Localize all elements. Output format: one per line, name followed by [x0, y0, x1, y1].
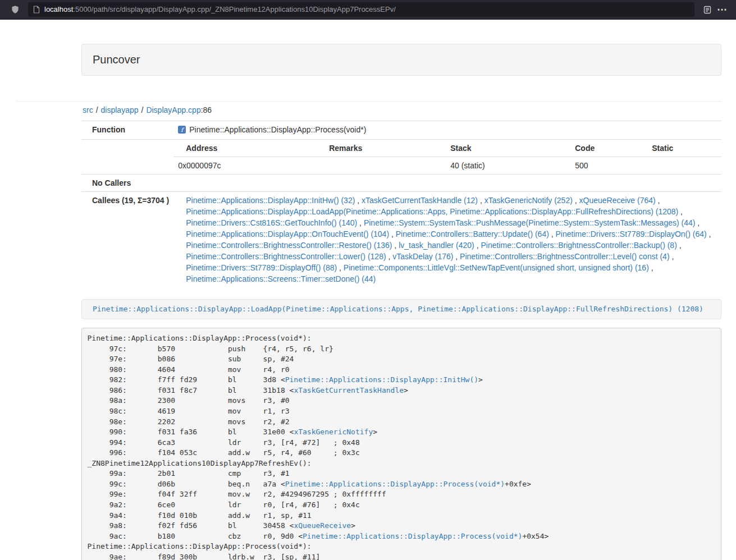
breadcrumb-link-displayapp[interactable]: displayapp — [101, 105, 139, 114]
remarks-value — [317, 157, 438, 174]
breadcrumb-link-src[interactable]: src — [83, 105, 93, 114]
callee-link[interactable]: Pinetime::Controllers::BrightnessControl… — [460, 252, 669, 261]
col-remarks: Remarks — [317, 140, 438, 157]
no-callers-row: No Callers — [81, 174, 721, 191]
url-host: localhost — [44, 5, 73, 13]
static-value — [639, 157, 721, 174]
function-row: Function f Pinetime::Applications::Displ… — [81, 121, 721, 139]
stats-table: Address Remarks Stack Code Static 0x0000… — [173, 140, 721, 174]
browser-toolbar: localhost:5000/path/src/displayapp/Displ… — [0, 0, 736, 20]
callee-link[interactable]: vTaskDelay (176) — [392, 252, 453, 261]
shield-icon-glyph — [11, 5, 20, 14]
breadcrumb-separator: / — [141, 105, 144, 114]
highlighted-callee-panel: Pinetime::Applications::DisplayApp::Load… — [81, 299, 721, 319]
disassembly-symbol-link[interactable]: xQueueReceive — [294, 521, 351, 530]
callee-link[interactable]: xTaskGenericNotify (252) — [484, 196, 573, 205]
breadcrumb: src/displayapp/DisplayApp.cpp:86 — [83, 105, 721, 116]
menu-icon[interactable]: ⋯ — [715, 2, 729, 17]
code-value: 500 — [563, 157, 639, 174]
page-body: Puncover src/displayapp/DisplayApp.cpp:8… — [0, 20, 736, 560]
url-path: :5000/path/src/displayapp/DisplayApp.cpp… — [73, 5, 396, 13]
disassembly-symbol-link[interactable]: Pinetime::Applications::DisplayApp::Proc… — [285, 480, 505, 488]
col-stack: Stack — [438, 140, 563, 157]
highlighted-callee-link[interactable]: Pinetime::Applications::DisplayApp::Load… — [93, 305, 703, 313]
stats-row: Address Remarks Stack Code Static 0x0000… — [81, 139, 721, 174]
callee-link[interactable]: Pinetime::Controllers::BrightnessControl… — [186, 241, 392, 250]
callee-link[interactable]: Pinetime::Drivers::Cst816S::GetTouchInfo… — [186, 218, 357, 227]
callee-link[interactable]: Pinetime::Applications::DisplayApp::Load… — [186, 207, 678, 216]
callees-cell: Pinetime::Applications::DisplayApp::Init… — [173, 191, 721, 287]
callee-link[interactable]: Pinetime::Components::LittleVgl::SetNewT… — [344, 263, 649, 272]
url-bar[interactable]: localhost:5000/path/src/displayapp/Displ… — [28, 2, 694, 17]
callee-link[interactable]: Pinetime::System::SystemTask::PushMessag… — [364, 218, 696, 227]
reader-mode-icon[interactable] — [700, 2, 715, 17]
function-row-label: Function — [81, 121, 173, 139]
callee-link[interactable]: Pinetime::Drivers::St7789::DisplayOff() … — [186, 263, 337, 272]
address-value: 0x0000097c — [173, 157, 317, 174]
disassembly-symbol-link[interactable]: xTaskGenericNotify — [294, 428, 373, 436]
callee-link[interactable]: Pinetime::Controllers::Battery::Update()… — [396, 229, 549, 238]
breadcrumb-separator: / — [96, 105, 98, 114]
disassembly-symbol-link[interactable]: xTaskGetCurrentTaskHandle — [294, 386, 404, 394]
callees-label: Callees (19, Σ=3704 ) — [81, 191, 173, 287]
disassembly-symbol-link[interactable]: Pinetime::Applications::DisplayApp::Init… — [285, 375, 478, 384]
callee-link[interactable]: Pinetime::Controllers::BrightnessControl… — [481, 241, 676, 250]
disassembly-listing: Pinetime::Applications::DisplayApp::Proc… — [81, 328, 721, 560]
page-title: Puncover — [93, 52, 710, 68]
callee-link[interactable]: lv_task_handler (420) — [399, 241, 474, 250]
disassembly-symbol-link[interactable]: Pinetime::Applications::DisplayApp::Proc… — [303, 532, 522, 540]
title-panel: Puncover — [81, 44, 721, 76]
page-icon — [33, 6, 40, 13]
callee-link[interactable]: xTaskGetCurrentTaskHandle (12) — [362, 196, 478, 205]
stack-value: 40 (static) — [438, 157, 563, 174]
callee-link[interactable]: xQueueReceive (764) — [579, 196, 656, 205]
function-name: Pinetime::Applications::DisplayApp::Proc… — [189, 125, 366, 134]
stats-cell: Address Remarks Stack Code Static 0x0000… — [173, 139, 721, 174]
function-table: Function f Pinetime::Applications::Displ… — [81, 121, 721, 287]
shield-icon[interactable] — [8, 2, 22, 17]
callee-link[interactable]: Pinetime::Controllers::BrightnessControl… — [186, 252, 386, 261]
callee-link[interactable]: Pinetime::Drivers::St7789::DisplayOn() (… — [556, 229, 707, 238]
callee-link[interactable]: Pinetime::Applications::DisplayApp::Init… — [186, 196, 355, 205]
col-address: Address — [173, 140, 317, 157]
url-text: localhost:5000/path/src/displayapp/Displ… — [44, 4, 396, 15]
stats-values-row: 0x0000097c 40 (static) 500 — [173, 157, 721, 174]
function-icon: f — [178, 125, 186, 136]
callees-row: Callees (19, Σ=3704 ) Pinetime::Applicat… — [81, 191, 721, 287]
col-static: Static — [639, 140, 721, 157]
function-name-cell: f Pinetime::Applications::DisplayApp::Pr… — [173, 121, 721, 139]
divider — [16, 101, 721, 102]
col-code: Code — [563, 140, 639, 157]
callee-link[interactable]: Pinetime::Applications::Screens::Timer::… — [186, 274, 376, 283]
stats-header-row: Address Remarks Stack Code Static — [173, 140, 721, 157]
no-callers-label: No Callers — [81, 174, 173, 191]
breadcrumb-line-number: :86 — [201, 105, 212, 114]
no-callers-cell — [173, 174, 721, 191]
callee-link[interactable]: Pinetime::Applications::DisplayApp::OnTo… — [186, 229, 389, 238]
breadcrumb-link-file[interactable]: DisplayApp.cpp — [146, 105, 200, 114]
stats-row-label — [81, 139, 173, 174]
